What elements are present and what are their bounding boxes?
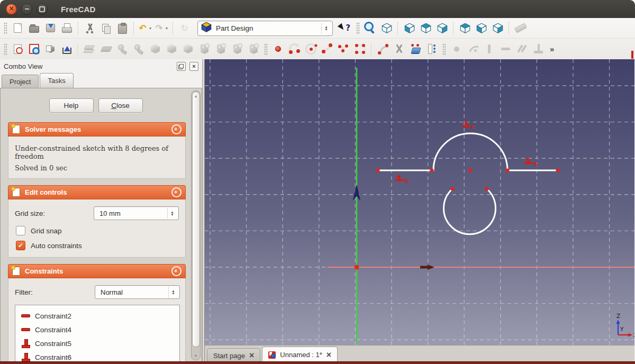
window-maximize-button[interactable] [37, 4, 48, 15]
edit-controls-header[interactable]: Edit controls [8, 185, 186, 199]
constrain-perpendicular-icon [532, 42, 545, 56]
constraint-label: Constraint5 [35, 340, 71, 348]
toolbar-grip[interactable] [264, 43, 268, 55]
grid-snap-checkbox[interactable] [16, 226, 25, 235]
dock-header: Combo View [0, 59, 202, 73]
help-button[interactable]: Help [49, 98, 94, 113]
paste-button[interactable] [115, 21, 130, 36]
panel-scrollbar[interactable] [191, 90, 201, 360]
leave-sketch-button[interactable] [59, 41, 75, 57]
filter-spinner[interactable] [168, 287, 178, 298]
create-arc-button[interactable] [287, 41, 302, 57]
collapse-section-icon[interactable] [171, 124, 182, 134]
document-tab-bar: Start page×Unnamed : 1*× [205, 345, 634, 362]
dropdown-arrow-icon[interactable]: ▾ [148, 26, 153, 31]
create-rectangle-icon [353, 42, 367, 56]
create-polyline-button[interactable] [336, 41, 351, 57]
create-rectangle-button[interactable] [352, 41, 368, 57]
dock-tab-project[interactable]: Project [2, 75, 39, 88]
3d-viewport[interactable]: 656ZYX [205, 59, 634, 345]
print-button[interactable] [59, 21, 75, 36]
tab-close-icon[interactable]: × [249, 351, 254, 360]
constraints-header[interactable]: Constraints [8, 264, 186, 278]
cut-button[interactable] [82, 21, 97, 36]
constraint-list-item[interactable]: Constraint4 [15, 323, 179, 336]
copy-button[interactable] [98, 21, 114, 36]
whats-this-button[interactable]: ? [338, 21, 353, 36]
toolbar-overflow-button[interactable]: » [550, 44, 554, 53]
save-document-button[interactable] [43, 21, 58, 36]
workbench-spinner[interactable] [321, 23, 331, 34]
toolbar-grip[interactable] [4, 43, 7, 55]
create-fillet-button[interactable] [375, 41, 391, 57]
window-controls [6, 4, 48, 15]
undo-button[interactable]: ↶▾ [138, 21, 153, 36]
create-circle-button[interactable] [303, 41, 319, 57]
filter-combobox[interactable]: Normal [95, 285, 180, 299]
constrain-perpendicular-button [531, 41, 546, 57]
carbon-copy-button[interactable] [424, 41, 440, 57]
toolbar-grip[interactable] [442, 43, 446, 55]
edit-sketch-icon [28, 42, 41, 56]
map-sketch-button[interactable] [43, 41, 58, 57]
edit-sketch-button[interactable] [26, 41, 42, 57]
external-geometry-button[interactable] [408, 41, 423, 57]
collapse-section-icon[interactable] [171, 187, 182, 197]
workbench-selector[interactable]: Part Design [197, 21, 333, 36]
boolean-cut-button [213, 41, 229, 57]
bottom-view-button[interactable] [474, 21, 489, 36]
fit-all-button[interactable] [362, 21, 378, 36]
axonometric-view-button[interactable] [379, 21, 394, 36]
toolbar-grip[interactable] [356, 22, 360, 34]
redo-button[interactable]: ↷▾ [154, 21, 169, 36]
boolean-cut-icon [214, 42, 228, 56]
rear-view-button[interactable] [457, 21, 473, 36]
document-tab[interactable]: Start page× [207, 348, 260, 362]
document-tab[interactable]: Unnamed : 1*× [262, 347, 338, 362]
constraint-list-item[interactable]: Constraint2 [15, 309, 179, 323]
create-line-button[interactable] [320, 41, 335, 57]
boolean-common-icon [231, 42, 244, 56]
chamfer-feature-button [180, 41, 196, 57]
grid-snap-row: Grid snap [15, 226, 179, 235]
create-point-button[interactable] [270, 41, 286, 57]
view-toolbar: ? [338, 21, 529, 36]
constrain-point-on-object-button [465, 41, 480, 57]
trim-edge-button[interactable] [392, 41, 407, 57]
toolbar-grip[interactable] [4, 22, 7, 34]
constraint-list-item[interactable]: Constraint5 [15, 336, 179, 350]
svg-text:6: 6 [534, 161, 538, 167]
left-view-button[interactable] [490, 21, 505, 36]
front-view-button[interactable] [402, 21, 417, 36]
auto-constraints-checkbox[interactable] [16, 241, 25, 250]
scrollbar-down-arrow-icon[interactable] [192, 354, 200, 358]
window-close-button[interactable] [6, 4, 17, 15]
grid-size-spinner[interactable] [167, 208, 177, 219]
collapse-section-icon[interactable] [171, 266, 182, 276]
new-document-button[interactable] [10, 21, 25, 36]
chamfer-feature-icon [182, 42, 195, 56]
new-document-icon [11, 22, 24, 35]
solver-messages-header[interactable]: Solver messages [8, 122, 186, 136]
top-view-button[interactable] [418, 21, 433, 36]
scrollbar-thumb[interactable] [192, 92, 200, 347]
right-view-button[interactable] [434, 21, 450, 36]
refresh-button: ↻ [177, 21, 192, 36]
constraint-list[interactable]: Constraint2Constraint4Constraint5Constra… [15, 305, 180, 362]
task-page-icon [12, 267, 20, 276]
sketch-canvas[interactable]: 656ZYX [205, 59, 634, 345]
close-task-button[interactable]: Close [98, 98, 143, 113]
create-sketch-button[interactable] [10, 41, 25, 57]
dock-float-button[interactable] [177, 62, 186, 71]
open-document-button[interactable] [26, 21, 42, 36]
constrain-point-on-object-icon [466, 42, 479, 56]
window-minimize-button[interactable] [21, 4, 32, 15]
toolbar-separator [173, 22, 174, 34]
tab-close-icon[interactable]: × [326, 351, 331, 359]
dock-tab-tasks[interactable]: Tasks [40, 73, 73, 88]
dock-close-button[interactable] [189, 62, 198, 71]
dropdown-arrow-icon[interactable]: ▾ [164, 26, 169, 31]
carbon-copy-icon [425, 42, 439, 56]
constraint-list-item[interactable]: Constraint6 [15, 350, 179, 362]
grid-size-spinbox[interactable]: 10 mm [94, 206, 179, 220]
